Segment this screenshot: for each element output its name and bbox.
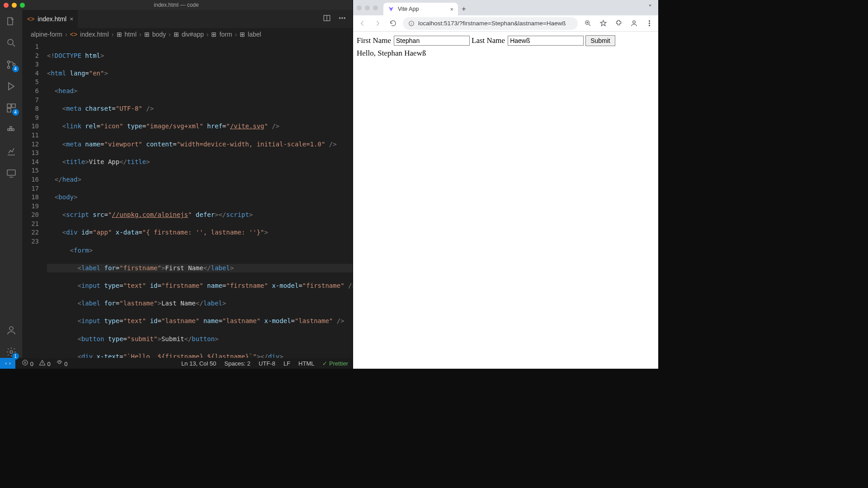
svg-point-15	[340, 18, 340, 19]
svg-rect-7	[8, 129, 9, 131]
cursor-position[interactable]: Ln 13, Col 50	[181, 360, 216, 367]
tab-close-icon[interactable]: ×	[450, 6, 453, 13]
account-icon[interactable]	[5, 324, 17, 336]
editor-tabs: <> index.html ×	[23, 10, 353, 28]
run-icon[interactable]	[5, 80, 17, 92]
extensions-icon[interactable]: 4	[5, 102, 17, 114]
status-bar: 0 0 0 Ln 13, Col 50 Spaces: 2 UTF-8 LF H…	[0, 358, 353, 369]
page-content: First Name Last Name Submit Hello, Steph…	[353, 32, 658, 369]
last-name-input[interactable]	[508, 36, 584, 46]
back-button[interactable]	[357, 18, 368, 29]
svg-point-23	[649, 20, 650, 21]
code-editor[interactable]: 1234567891011121314151617181920212223 <!…	[23, 41, 353, 358]
last-name-label: Last Name	[472, 36, 505, 45]
svg-point-13	[10, 351, 13, 353]
svg-point-0	[8, 39, 13, 45]
zoom-icon[interactable]	[582, 18, 593, 29]
new-tab-button[interactable]: +	[458, 3, 470, 15]
svg-rect-9	[12, 129, 14, 131]
mac-minimize-icon[interactable]	[365, 5, 370, 10]
scm-badge: 4	[12, 66, 19, 72]
tab-label: index.html	[38, 15, 66, 23]
browser-tabbar: Vite App × + ˅	[353, 0, 658, 15]
bookmark-icon[interactable]	[598, 18, 609, 29]
prettier-indicator[interactable]: ✓ Prettier	[322, 360, 348, 367]
menu-icon[interactable]	[644, 18, 655, 29]
browser-toolbar: localhost:5173/?firstname=Stephan&lastna…	[353, 15, 658, 32]
first-name-label: First Name	[357, 36, 391, 45]
browser-tab[interactable]: Vite App ×	[383, 3, 458, 15]
svg-point-1	[7, 61, 9, 63]
svg-point-12	[9, 327, 13, 330]
more-actions-icon[interactable]	[338, 14, 346, 24]
scm-icon[interactable]: 4	[5, 59, 17, 70]
svg-point-16	[342, 18, 343, 19]
encoding-indicator[interactable]: UTF-8	[259, 360, 275, 367]
split-editor-icon[interactable]	[323, 14, 331, 24]
vscode-window: index.html — code 4 4 1 <> index.html ×	[0, 0, 353, 369]
settings-icon[interactable]: 1	[5, 346, 17, 358]
vite-favicon-icon	[388, 6, 394, 12]
language-indicator[interactable]: HTML	[298, 360, 314, 367]
svg-point-22	[632, 21, 635, 23]
code-content[interactable]: <!DOCTYPE html> <html lang="en"> <head> …	[47, 41, 353, 358]
greeting-text: Hello, Stephan Haewß	[357, 49, 655, 58]
svg-rect-4	[7, 104, 11, 108]
svg-rect-5	[12, 104, 15, 108]
window-title: index.html — code	[0, 2, 353, 8]
svg-point-24	[649, 23, 650, 23]
chart-icon[interactable]	[5, 145, 17, 157]
line-gutter: 1234567891011121314151617181920212223	[23, 41, 47, 358]
warnings-indicator[interactable]: 0	[39, 359, 51, 367]
svg-point-17	[344, 18, 345, 19]
svg-rect-6	[7, 108, 11, 112]
ports-indicator[interactable]: 0	[56, 359, 68, 367]
search-icon[interactable]	[5, 37, 17, 49]
svg-rect-8	[10, 129, 12, 131]
errors-indicator[interactable]: 0	[22, 359, 33, 367]
extensions-icon[interactable]	[613, 18, 624, 29]
forward-button[interactable]	[372, 18, 383, 29]
html-file-icon: <>	[27, 15, 34, 23]
tab-title: Vite App	[398, 6, 419, 12]
svg-point-2	[7, 66, 9, 69]
first-name-input[interactable]	[394, 36, 470, 46]
profile-icon[interactable]	[628, 18, 639, 29]
browser-window: Vite App × + ˅ localhost:5173/?firstname…	[353, 0, 658, 369]
mac-zoom-icon[interactable]	[373, 5, 378, 10]
address-bar[interactable]: localhost:5173/?firstname=Stephan&lastna…	[403, 17, 578, 30]
indent-indicator[interactable]: Spaces: 2	[224, 360, 250, 367]
breadcrumb[interactable]: alpine-form› <>index.html› ⊞html› ⊞body›…	[23, 28, 353, 41]
vscode-titlebar: index.html — code	[0, 0, 353, 10]
svg-point-25	[649, 25, 650, 26]
explorer-icon[interactable]	[5, 15, 17, 27]
tab-list-icon[interactable]: ˅	[646, 0, 655, 15]
url-text: localhost:5173/?firstname=Stephan&lastna…	[418, 20, 566, 27]
tab-index-html[interactable]: <> index.html ×	[23, 10, 78, 28]
submit-button[interactable]: Submit	[585, 35, 615, 46]
remote-icon[interactable]	[5, 167, 17, 179]
remote-indicator[interactable]	[0, 358, 15, 369]
reload-button[interactable]	[387, 18, 398, 29]
settings-badge: 1	[12, 353, 19, 360]
activity-bar: 4 4 1	[0, 10, 23, 358]
svg-rect-11	[7, 170, 15, 175]
docker-icon[interactable]	[5, 124, 17, 136]
ext-badge: 4	[12, 109, 19, 116]
mac-close-icon[interactable]	[357, 5, 362, 10]
site-info-icon[interactable]	[408, 20, 415, 27]
svg-rect-10	[10, 127, 12, 128]
svg-point-19	[58, 361, 61, 364]
tab-close-icon[interactable]: ×	[70, 15, 73, 23]
eol-indicator[interactable]: LF	[283, 360, 290, 367]
